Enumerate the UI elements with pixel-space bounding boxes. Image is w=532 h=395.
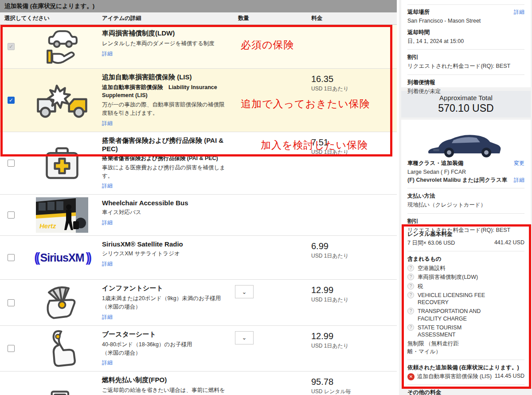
row-title: SiriusXM® Satellite Radio — [102, 240, 228, 248]
quantity-dropdown[interactable]: ⌄ — [235, 285, 254, 298]
return-details-link[interactable]: 詳細 — [514, 8, 524, 16]
vehicle-class-line2: (F) Chevrolet Malibu または同クラス車 — [407, 176, 507, 184]
return-info-card: 返却場所 詳細 San Francisco - Mason Street 返却時… — [401, 0, 531, 87]
discount-label: 割引 — [407, 54, 524, 61]
return-time-value: 日, 14 1, 2024 at 15:00 — [407, 38, 524, 46]
table-row-siriusxm: (( SiriusXM )) SiriusXM® Satellite Radio… — [0, 236, 397, 280]
hertz-bus-photo: Hertz — [22, 197, 102, 233]
question-icon[interactable]: ? — [407, 265, 414, 271]
row-desc: 万が一の事故の際、自動車損害賠償保険の補償限度額を引き上げます。 — [102, 101, 228, 117]
included-item: ? STATE TOURISM ASSESSMENT — [407, 324, 524, 339]
col-item: アイテムの詳細 — [102, 15, 233, 22]
row-desc: ご返却前の給油を省きたい場合は、事前に燃料をご購入ください。レンタル開始時に燃料… — [102, 386, 228, 395]
pai-checkbox[interactable] — [8, 160, 15, 167]
details-link[interactable]: 詳細 — [102, 313, 113, 321]
table-row-booster-seat: ブースターシート 40-80ポンド（18-36kg）のお子様用 （米国の場合） … — [0, 326, 397, 372]
siriusxm-arcs-right: )) — [86, 250, 90, 265]
col-qty: 数量 — [233, 15, 279, 22]
included-item: ? VEHICLE LICENSING FEE RECOVERY — [407, 292, 524, 306]
row-desc: シリウスXM サテライトラジオ — [102, 250, 228, 258]
requested-addon-amount: 114.45 USD — [495, 373, 524, 380]
row-subtitle: 搭乗者傷害保険および携行品保険 (PAI & PEC) — [102, 154, 228, 162]
price-value: 95.78 — [311, 377, 397, 387]
requested-addon-name: 追加自動車損害賠償保険 (LIS) — [417, 373, 492, 380]
details-link[interactable]: 詳細 — [102, 359, 113, 367]
vehicle-class-line1: Large Sedan ( F) FCAR — [407, 168, 524, 176]
discount2-label: 割引 — [407, 218, 524, 225]
requested-addons-label: 依頼された追加装備 (在庫状況によります。) — [407, 364, 524, 372]
car-crash-icon — [22, 81, 102, 120]
details-link[interactable]: 詳細 — [102, 260, 113, 268]
table-header: 選択してください アイテムの詳細 数量 料金 — [0, 12, 397, 25]
included-item: ? TRANSPORTATION AND FACILITY CHARGE — [407, 308, 524, 322]
remove-icon[interactable]: ✕ — [407, 373, 415, 380]
question-icon[interactable]: ? — [407, 274, 414, 280]
booster-seat-checkbox[interactable] — [8, 345, 15, 352]
row-desc: 40-80ポンド（18-36kg）のお子様用 — [102, 340, 228, 349]
table-row-fpo: $ 燃料先払い制度(FPO) ご返却前の給油を省きたい場合は、事前に燃料をご購入… — [0, 372, 397, 395]
table-row-ldw: ✓ 車両損害補償制度(LDW) レンタルした車両のダメージを補償する制度 詳細 — [0, 25, 397, 69]
question-icon[interactable]: ? — [407, 308, 414, 314]
siriusxm-arcs-left: (( — [34, 250, 38, 265]
quantity-dropdown[interactable]: ⌄ — [235, 331, 254, 344]
price-breakdown-card: レンタル基本料金 7 日間× 63.06 USD 441.42 USD 含まれる… — [401, 224, 531, 389]
vehicle-card: 車種クラス・追加装備 変更 Large Sedan ( F) FCAR (F) … — [401, 120, 531, 224]
question-icon[interactable]: ? — [407, 283, 414, 289]
row-title: 燃料先払い制度(FPO) — [102, 376, 228, 384]
table-row-wheelchair-bus: Hertz Wheelchair Accessible Bus 車イス対応バス … — [0, 195, 397, 236]
base-rate-amount: 441.42 USD — [494, 239, 524, 247]
approx-total-label: Approximate Total — [439, 94, 493, 102]
lis-checkbox[interactable]: ✓ — [8, 97, 15, 104]
ldw-checkbox[interactable]: ✓ — [8, 43, 15, 50]
price-unit: USD 1日あたり — [311, 149, 397, 156]
mileage-note: 無制限 （無料走行距離・マイル） — [407, 340, 524, 356]
price-value: 12.99 — [311, 285, 397, 295]
table-row-infant-seat: インファントシート 1歳未満または20ポンド（9kg）未満のお子様用 （米国の場… — [0, 280, 397, 326]
price-value: 7.51 — [311, 137, 397, 148]
price-unit: USD 1日あたり — [311, 296, 397, 304]
row-title: インファントシート — [102, 284, 228, 293]
row-desc: 車イス対応バス — [102, 208, 228, 217]
vehicle-image — [407, 124, 524, 160]
vehicle-details-link[interactable]: 詳細 — [514, 176, 524, 184]
row-desc: レンタルした車両のダメージを補償する制度 — [102, 39, 228, 48]
included-item: ? 車両損害補償制度(LDW) — [407, 274, 524, 281]
details-link[interactable]: 詳細 — [102, 182, 113, 190]
col-price: 料金 — [279, 15, 397, 22]
price-unit: USD 1日あたり — [311, 85, 397, 93]
included-item: ? 税 — [407, 283, 524, 290]
price-unit: USD レンタル毎 — [311, 388, 397, 395]
addons-panel: 追加装備 (在庫状況によります。) 選択してください アイテムの詳細 数量 料金… — [0, 0, 397, 395]
table-row-pai-pec: 搭乗者傷害保険および携行品保険 (PAI & PEC) 搭乗者傷害保険および携行… — [0, 132, 397, 195]
details-link[interactable]: 詳細 — [102, 50, 113, 58]
row-desc2: （米国の場合） — [102, 349, 228, 357]
fuel-pump-icon: $ — [22, 388, 102, 395]
return-location-label: 返却場所 — [407, 8, 430, 16]
row-title: 車両損害補償制度(LDW) — [102, 29, 228, 38]
question-icon[interactable]: ? — [407, 292, 414, 298]
row-subtitle: 追加自動車損害賠償保険 Liability Insurance Suppleme… — [102, 83, 228, 99]
svg-text:Hertz: Hertz — [39, 222, 56, 230]
return-time-label: 返却時間 — [407, 29, 524, 36]
arrival-label: 到着便情報 — [407, 79, 524, 86]
question-icon[interactable]: ? — [407, 324, 414, 331]
vehicle-class-label: 車種クラス・追加装備 — [407, 160, 463, 167]
infant-seat-checkbox[interactable] — [8, 299, 15, 306]
bus-checkbox[interactable] — [8, 211, 15, 219]
vehicle-change-link[interactable]: 変更 — [514, 160, 524, 167]
siriusxm-checkbox[interactable] — [8, 254, 15, 261]
hand-holding-car-icon — [22, 28, 102, 65]
booking-summary-sidebar: 返却場所 詳細 San Francisco - Mason Street 返却時… — [399, 0, 532, 395]
panel-title: 追加装備 (在庫状況によります。) — [0, 0, 397, 12]
details-link[interactable]: 詳細 — [102, 120, 113, 127]
other-fees-label: その他の料金 — [407, 389, 524, 395]
row-title: 追加自動車損害賠償保険 (LIS) — [102, 73, 228, 82]
table-row-lis: ✓ 追加自動車損害賠償保険 (LIS) 追加自動車損害賠償保険 Liabilit… — [0, 69, 397, 132]
included-item: ? 空港施設料 — [407, 265, 524, 272]
row-title: Wheelchair Accessible Bus — [102, 199, 228, 207]
payment-label: 支払い方法 — [407, 192, 524, 200]
row-desc: 事故による医療費および携行品の損害を補償します。 — [102, 164, 228, 180]
details-link[interactable]: 詳細 — [102, 219, 113, 227]
infant-seat-icon — [22, 284, 102, 321]
booster-seat-icon — [22, 329, 102, 368]
